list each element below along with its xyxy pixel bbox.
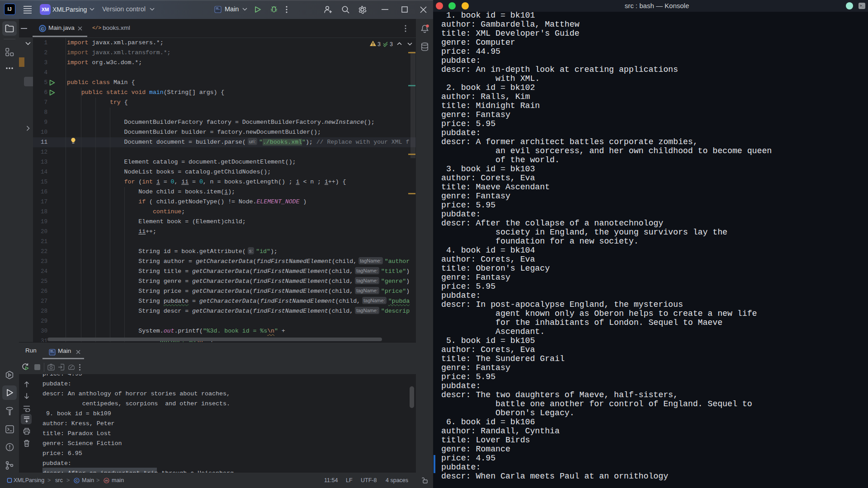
svg-text:C: C: [41, 26, 44, 31]
svg-text:C: C: [75, 479, 78, 483]
svg-text:3: 3: [390, 41, 393, 47]
svg-text:m: m: [105, 479, 108, 483]
svg-text:3: 3: [377, 41, 381, 47]
